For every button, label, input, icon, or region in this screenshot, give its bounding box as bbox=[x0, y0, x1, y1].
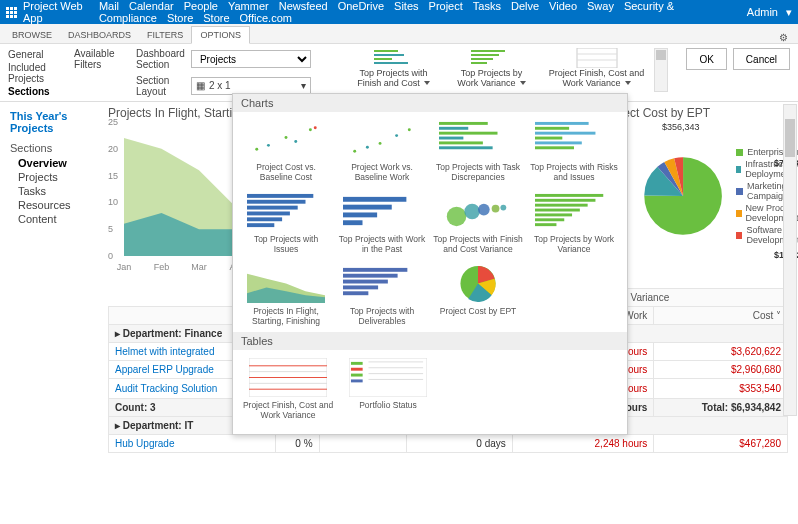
chart-option[interactable]: Top Projects with Work in the Past bbox=[337, 190, 427, 260]
scrollbar-vertical-ribbon[interactable] bbox=[654, 48, 668, 92]
svg-point-17 bbox=[309, 128, 312, 131]
svg-point-50 bbox=[500, 204, 506, 210]
svg-point-21 bbox=[379, 141, 382, 144]
nav-resources[interactable]: Resources bbox=[10, 198, 98, 212]
svg-rect-42 bbox=[343, 196, 406, 201]
topnav-onedrive[interactable]: OneDrive bbox=[338, 0, 384, 12]
svg-point-48 bbox=[478, 203, 490, 215]
svg-rect-5 bbox=[471, 54, 499, 56]
svg-rect-36 bbox=[247, 193, 313, 197]
top-navbar: Project Web App MailCalendarPeopleYammer… bbox=[0, 0, 798, 24]
svg-rect-44 bbox=[343, 212, 377, 217]
svg-point-22 bbox=[395, 134, 398, 137]
topnav-delve[interactable]: Delve bbox=[511, 0, 539, 12]
svg-point-49 bbox=[492, 204, 500, 212]
ribbon-tab-dashboards[interactable]: DASHBOARDS bbox=[60, 27, 139, 43]
cancel-button[interactable]: Cancel bbox=[733, 48, 790, 70]
svg-rect-33 bbox=[535, 136, 562, 139]
chart-option[interactable]: Projects In Flight, Starting, Finishing bbox=[241, 262, 331, 332]
group-sections[interactable]: Sections bbox=[8, 85, 58, 98]
nav-content[interactable]: Content bbox=[10, 212, 98, 226]
svg-rect-53 bbox=[535, 203, 588, 206]
nav-projects[interactable]: Projects bbox=[10, 170, 98, 184]
topnav-store[interactable]: Store bbox=[203, 12, 229, 24]
ok-button[interactable]: OK bbox=[686, 48, 726, 70]
group-available-filters[interactable]: Available Filters bbox=[74, 48, 120, 97]
chart-option[interactable]: Top Projects with Task Discrepancies bbox=[433, 118, 523, 188]
group-general[interactable]: General bbox=[8, 48, 58, 61]
ribbon-tab-filters[interactable]: FILTERS bbox=[139, 27, 191, 43]
chart-option[interactable]: Project Work vs. Baseline Work bbox=[337, 118, 427, 188]
topnav-calendar[interactable]: Calendar bbox=[129, 0, 174, 12]
svg-point-46 bbox=[447, 206, 467, 226]
chart-option[interactable]: Top Projects with Finish and Cost Varian… bbox=[433, 190, 523, 260]
svg-rect-61 bbox=[343, 273, 398, 277]
scrollbar-vertical[interactable] bbox=[783, 104, 797, 416]
topnav-store[interactable]: Store bbox=[167, 12, 193, 24]
svg-rect-62 bbox=[343, 279, 388, 283]
nav-tasks[interactable]: Tasks bbox=[10, 184, 98, 198]
svg-rect-31 bbox=[535, 126, 569, 129]
table-row[interactable]: Hub Upgrade0 %0 days2,248 hours$467,280 bbox=[109, 434, 788, 452]
topnav-office-com[interactable]: Office.com bbox=[240, 12, 292, 24]
chart-option[interactable]: Project Cost by EPT bbox=[433, 262, 523, 332]
overlay-section-tables: Tables bbox=[233, 332, 627, 350]
svg-rect-75 bbox=[351, 373, 363, 376]
table-option[interactable]: Project Finish, Cost and Work Variance bbox=[241, 356, 335, 426]
app-launcher-icon[interactable] bbox=[6, 7, 17, 18]
svg-rect-6 bbox=[471, 58, 493, 60]
svg-point-18 bbox=[314, 126, 317, 129]
chartlink-work-variance[interactable]: Top Projects by Work Variance bbox=[450, 48, 533, 88]
svg-rect-54 bbox=[535, 208, 580, 211]
svg-rect-8 bbox=[577, 48, 617, 68]
chart-option[interactable]: Top Projects with Deliverables bbox=[337, 262, 427, 332]
ribbon-tab-browse[interactable]: BROWSE bbox=[4, 27, 60, 43]
topnav-newsfeed[interactable]: Newsfeed bbox=[279, 0, 328, 12]
svg-rect-25 bbox=[439, 126, 468, 129]
chart-option[interactable]: Top Projects with Risks and Issues bbox=[529, 118, 619, 188]
dash-section-select[interactable]: Projects bbox=[191, 50, 311, 68]
svg-point-14 bbox=[267, 143, 270, 146]
ribbon-left-group: General Included Projects Sections bbox=[8, 48, 58, 97]
svg-rect-57 bbox=[535, 223, 556, 226]
gear-icon[interactable]: ⚙ bbox=[779, 32, 788, 43]
svg-rect-39 bbox=[247, 211, 290, 215]
admin-link[interactable]: Admin bbox=[747, 6, 778, 18]
pie-chart-title: Project Cost by EPT bbox=[602, 106, 798, 120]
topnav-project[interactable]: Project bbox=[429, 0, 463, 12]
sections-header: Sections bbox=[10, 142, 98, 154]
svg-rect-38 bbox=[247, 205, 298, 209]
chevron-down-icon[interactable]: ▾ bbox=[786, 6, 792, 19]
topnav-mail[interactable]: Mail bbox=[99, 0, 119, 12]
chart-option[interactable]: Top Projects by Work Variance bbox=[529, 190, 619, 260]
topnav-sway[interactable]: Sway bbox=[587, 0, 614, 12]
svg-rect-28 bbox=[439, 141, 483, 144]
chart-picker-overlay: Charts Project Cost vs. Baseline CostPro… bbox=[232, 93, 628, 435]
topnav-yammer[interactable]: Yammer bbox=[228, 0, 269, 12]
svg-point-19 bbox=[353, 149, 356, 152]
svg-rect-73 bbox=[351, 361, 363, 364]
group-included-projects[interactable]: Included Projects bbox=[8, 61, 58, 85]
nav-overview[interactable]: Overview bbox=[10, 156, 98, 170]
topnav-people[interactable]: People bbox=[184, 0, 218, 12]
overlay-section-charts: Charts bbox=[233, 94, 627, 112]
topnav-tasks[interactable]: Tasks bbox=[473, 0, 501, 12]
svg-rect-2 bbox=[374, 58, 392, 60]
topnav-sites[interactable]: Sites bbox=[394, 0, 418, 12]
chart-option[interactable]: Top Projects with Issues bbox=[241, 190, 331, 260]
ribbon-tabs: ⚙ BROWSEDASHBOARDSFILTERSOPTIONS bbox=[0, 24, 798, 44]
chartlink-finish-cost-work[interactable]: Project Finish, Cost and Work Variance bbox=[545, 48, 649, 88]
layout-label: Section Layout bbox=[136, 75, 185, 97]
project-view-title[interactable]: This Year's Projects bbox=[10, 110, 98, 134]
app-brand[interactable]: Project Web App bbox=[6, 0, 87, 24]
col-cost[interactable]: Cost ˅ bbox=[654, 307, 788, 325]
topnav-video[interactable]: Video bbox=[549, 0, 577, 12]
svg-rect-52 bbox=[535, 198, 595, 201]
table-option[interactable]: Portfolio Status bbox=[341, 356, 435, 426]
chart-option[interactable]: Project Cost vs. Baseline Cost bbox=[241, 118, 331, 188]
svg-rect-60 bbox=[343, 267, 407, 271]
svg-rect-41 bbox=[247, 223, 274, 227]
ribbon-tab-options[interactable]: OPTIONS bbox=[191, 26, 250, 44]
chartlink-finish-cost[interactable]: Top Projects with Finish and Cost bbox=[349, 48, 438, 88]
svg-rect-0 bbox=[374, 50, 398, 52]
